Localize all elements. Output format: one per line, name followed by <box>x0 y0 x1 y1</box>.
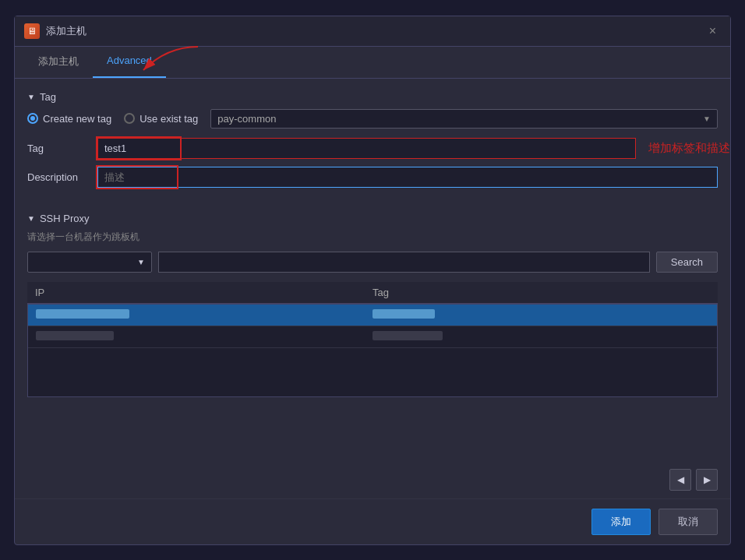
ssh-controls: ▼ Search <box>27 252 718 273</box>
ssh-search-input[interactable] <box>158 252 650 273</box>
title-bar: 🖥 添加主机 × <box>15 16 730 47</box>
ssh-hint-text: 请选择一台机器作为跳板机 <box>27 231 718 244</box>
col-ip-header: IP <box>35 287 372 298</box>
blurred-tag <box>372 309 435 319</box>
ssh-section: ▼ SSH Proxy 请选择一台机器作为跳板机 ▼ Search IP Tag <box>27 213 718 397</box>
content-area: ▼ Tag Create new tag Use exist tag pay-c… <box>15 79 730 461</box>
tab-advanced[interactable]: Advanced <box>93 47 166 78</box>
tab-bar: 添加主机 Advanced <box>15 47 730 79</box>
blurred-ip <box>36 331 114 340</box>
tag-input-row: Tag 增加标签和描述 <box>27 138 718 159</box>
proxy-table: IP Tag <box>27 282 718 397</box>
use-exist-tag-radio[interactable] <box>124 113 135 124</box>
ssh-select-value <box>34 256 37 268</box>
tag-dropdown-value: pay-common <box>217 113 276 125</box>
triangle-icon-ssh: ▼ <box>27 214 35 223</box>
pagination-nav: ◀ ▶ <box>15 461 730 498</box>
description-input-row: Description <box>27 167 718 188</box>
triangle-icon: ▼ <box>27 93 35 101</box>
tag-section-title: Tag <box>40 91 56 103</box>
ssh-section-title: SSH Proxy <box>40 213 90 224</box>
tag-label: Tag <box>27 143 97 154</box>
cell-ip <box>36 331 372 343</box>
close-button[interactable]: × <box>704 23 721 40</box>
use-exist-tag-label: Use exist tag <box>139 113 198 125</box>
chevron-icon: ▼ <box>137 258 145 266</box>
prev-button[interactable]: ◀ <box>669 469 691 491</box>
dialog: 🖥 添加主机 × 添加主机 Advanced ▼ Tag <box>14 16 731 545</box>
table-row[interactable] <box>28 305 717 326</box>
cell-ip <box>36 309 372 321</box>
description-input-container <box>97 167 718 188</box>
app-icon: 🖥 <box>24 23 40 39</box>
cell-tag <box>372 309 709 321</box>
cancel-button[interactable]: 取消 <box>658 509 718 535</box>
table-row[interactable] <box>28 326 717 348</box>
tag-input-container: 增加标签和描述 <box>97 138 718 159</box>
ssh-select-dropdown[interactable]: ▼ <box>27 252 152 273</box>
description-input[interactable] <box>97 167 718 188</box>
annotation-text: 增加标签和描述 <box>648 141 730 156</box>
tag-input[interactable] <box>97 138 636 159</box>
create-new-tag-radio[interactable] <box>27 113 38 124</box>
table-header: IP Tag <box>27 282 718 304</box>
footer-buttons: 添加 取消 <box>15 498 730 544</box>
add-button[interactable]: 添加 <box>591 509 651 535</box>
tag-section: ▼ Tag Create new tag Use exist tag pay-c… <box>27 91 718 195</box>
tab-add-host[interactable]: 添加主机 <box>24 47 93 78</box>
description-label: Description <box>27 171 97 183</box>
blurred-tag <box>372 331 443 340</box>
next-button[interactable]: ▶ <box>696 469 718 491</box>
search-button[interactable]: Search <box>656 252 718 273</box>
use-exist-tag-option[interactable]: Use exist tag <box>124 113 198 125</box>
cell-tag <box>372 331 709 343</box>
chevron-down-icon: ▼ <box>703 114 711 123</box>
create-new-tag-label: Create new tag <box>43 113 111 125</box>
create-new-tag-option[interactable]: Create new tag <box>27 113 111 125</box>
ssh-section-header: ▼ SSH Proxy <box>27 213 718 224</box>
table-body <box>27 304 718 397</box>
blurred-ip <box>36 309 129 319</box>
tag-dropdown[interactable]: pay-common ▼ <box>210 109 718 129</box>
dialog-title: 添加主机 <box>46 24 698 38</box>
col-tag-header: Tag <box>372 287 710 298</box>
tag-options-row: Create new tag Use exist tag pay-common … <box>27 109 718 129</box>
tag-section-header: ▼ Tag <box>27 91 718 103</box>
